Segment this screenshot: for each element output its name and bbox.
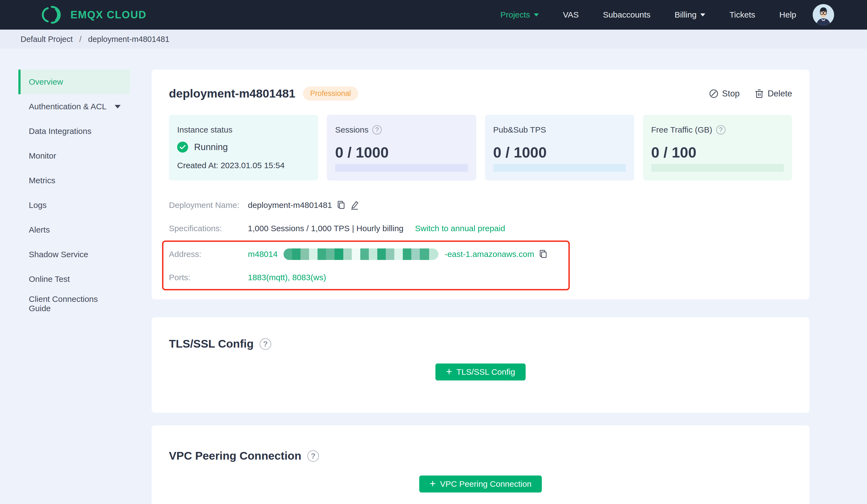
- top-navbar: EMQX CLOUD Projects VAS Subaccounts Bill…: [0, 0, 867, 30]
- chevron-down-icon: [115, 105, 121, 109]
- chevron-down-icon: [534, 13, 539, 17]
- deployment-details: Deployment Name: deployment-m4801481: [169, 193, 792, 291]
- stat-free-traffic: Free Traffic (GB) ? 0 / 100: [643, 115, 792, 180]
- nav-items: Projects VAS Subaccounts Billing Tickets…: [500, 10, 796, 20]
- address-prefix: m48014: [248, 250, 278, 259]
- nav-help[interactable]: Help: [779, 10, 796, 20]
- stats-row: Instance status Running Created At: 2023…: [169, 115, 792, 180]
- specifications-row: Specifications: 1,000 Sessions / 1,000 T…: [169, 217, 792, 240]
- help-icon[interactable]: ?: [372, 125, 382, 134]
- deployment-name-row: Deployment Name: deployment-m4801481: [169, 193, 792, 217]
- sidebar-item-metrics[interactable]: Metrics: [21, 168, 130, 193]
- deployment-name-value: deployment-m4801481: [248, 200, 332, 210]
- chevron-down-icon: [700, 13, 705, 17]
- deployment-title: deployment-m4801481: [169, 87, 295, 100]
- address-redacted-blur: [283, 249, 438, 260]
- brand-name: EMQX CLOUD: [71, 9, 147, 21]
- connection-highlight-annotation: Address: m48014-east-1.amazonaws.com: [162, 241, 570, 291]
- address-suffix: -east-1.amazonaws.com: [445, 250, 534, 259]
- stop-button[interactable]: Stop: [709, 89, 740, 99]
- help-icon[interactable]: ?: [307, 450, 319, 462]
- plan-badge: Professional: [303, 87, 358, 100]
- stop-icon: [709, 89, 718, 98]
- delete-button[interactable]: Delete: [755, 89, 792, 99]
- brand: EMQX CLOUD: [40, 5, 147, 25]
- stat-sessions: Sessions ? 0 / 1000: [327, 115, 476, 180]
- created-at: Created At: 2023.01.05 15:54: [177, 161, 310, 170]
- sidebar-item-online-test[interactable]: Online Test: [21, 267, 130, 292]
- copy-icon[interactable]: [539, 250, 547, 259]
- tls-ssl-card: TLS/SSL Config ? + TLS/SSL Config: [152, 317, 810, 413]
- help-icon[interactable]: ?: [716, 125, 726, 134]
- sidebar-item-monitor[interactable]: Monitor: [21, 143, 130, 168]
- stat-pubsub-tps: Pub&Sub TPS 0 / 1000: [485, 115, 634, 180]
- running-check-icon: [177, 142, 188, 153]
- tps-progress-bar: [493, 164, 626, 172]
- edit-icon[interactable]: [350, 200, 359, 210]
- sidebar-item-alerts[interactable]: Alerts: [21, 218, 130, 242]
- stat-instance-status: Instance status Running Created At: 2023…: [169, 115, 318, 180]
- nav-vas[interactable]: VAS: [563, 10, 579, 20]
- breadcrumb-separator: /: [79, 35, 82, 44]
- ports-row: Ports: 1883(mqtt), 8083(ws): [169, 266, 568, 289]
- copy-icon[interactable]: [337, 201, 345, 210]
- specifications-value: 1,000 Sessions / 1,000 TPS | Hourly bill…: [248, 224, 404, 233]
- sidebar-item-client-connections-guide[interactable]: Client Connections Guide: [21, 292, 130, 316]
- nav-projects[interactable]: Projects: [500, 10, 539, 20]
- breadcrumb: Default Project / deployment-m4801481: [0, 30, 867, 49]
- sidebar: Overview Authentication & ACL Data Integ…: [0, 49, 130, 316]
- address-row: Address: m48014-east-1.amazonaws.com: [169, 242, 568, 266]
- breadcrumb-project[interactable]: Default Project: [21, 35, 73, 44]
- nav-tickets[interactable]: Tickets: [729, 10, 755, 20]
- trash-icon: [755, 89, 764, 98]
- traffic-progress-bar: [651, 164, 784, 172]
- vpc-peering-title: VPC Peering Connection: [169, 449, 301, 462]
- help-icon[interactable]: ?: [260, 338, 271, 350]
- sidebar-item-shadow-service[interactable]: Shadow Service: [21, 242, 130, 267]
- deployment-overview-card: deployment-m4801481 Professional Stop: [152, 69, 810, 299]
- nav-billing[interactable]: Billing: [675, 10, 705, 20]
- main-content: deployment-m4801481 Professional Stop: [130, 49, 867, 504]
- tls-ssl-title: TLS/SSL Config: [169, 338, 254, 350]
- add-vpc-peering-button[interactable]: + VPC Peering Connection: [419, 475, 542, 493]
- nav-subaccounts[interactable]: Subaccounts: [603, 10, 650, 20]
- breadcrumb-deployment: deployment-m4801481: [88, 35, 170, 44]
- status-text: Running: [194, 142, 228, 152]
- sidebar-item-authentication-acl[interactable]: Authentication & ACL: [21, 94, 130, 119]
- sidebar-item-overview[interactable]: Overview: [21, 69, 130, 94]
- ports-value: 1883(mqtt), 8083(ws): [248, 273, 326, 282]
- switch-annual-prepaid-link[interactable]: Switch to annual prepaid: [415, 224, 505, 233]
- user-avatar[interactable]: [813, 4, 834, 25]
- sidebar-item-logs[interactable]: Logs: [21, 193, 130, 218]
- sidebar-item-data-integrations[interactable]: Data Integrations: [21, 119, 130, 143]
- sessions-progress-bar: [335, 164, 468, 172]
- vpc-peering-card: VPC Peering Connection ? + VPC Peering C…: [152, 425, 810, 504]
- emqx-logo-icon: [40, 5, 63, 25]
- add-tls-ssl-config-button[interactable]: + TLS/SSL Config: [436, 363, 525, 381]
